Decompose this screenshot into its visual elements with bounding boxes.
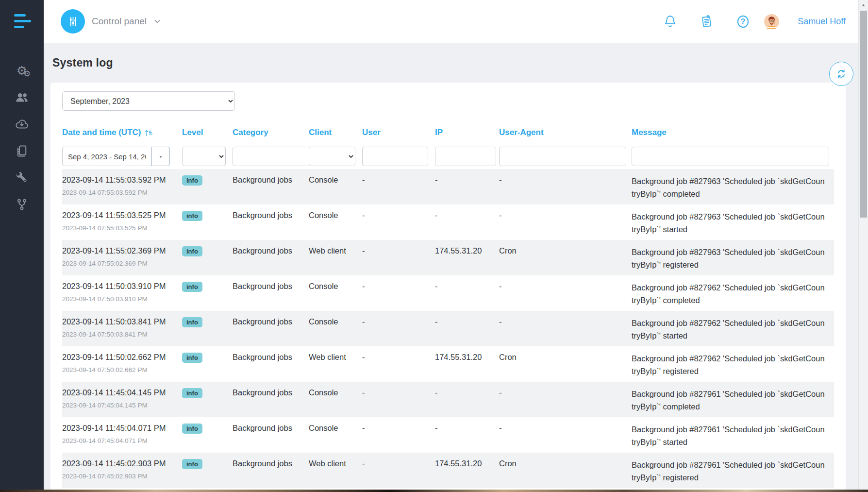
cell-ip: -	[435, 311, 499, 326]
cell-ip: -	[435, 169, 499, 185]
burger-line	[14, 20, 31, 22]
ip-filter-input[interactable]	[435, 147, 496, 166]
cell-ip: -	[435, 417, 499, 433]
sidebar-item-settings[interactable]: ⚙⚙	[0, 57, 44, 84]
message-filter-input[interactable]	[632, 147, 829, 166]
refresh-button[interactable]	[829, 62, 853, 86]
cell-level: info	[182, 204, 233, 221]
sidebar-item-documents[interactable]	[0, 137, 44, 164]
month-select[interactable]: September, 2023	[62, 91, 235, 111]
cell-message: Background job #827963 'Scheduled job `s…	[632, 240, 834, 271]
sidebar-item-downloads[interactable]	[0, 111, 44, 137]
topbar-actions: ? Samuel Hoff	[641, 8, 846, 34]
vertical-scrollbar[interactable]: ▲	[858, 0, 868, 490]
log-rows: 2023-09-14 11:55:03.592 PM 2023-09-14 07…	[62, 169, 834, 488]
log-row: 2023-09-14 11:50:03.841 PM 2023-09-14 07…	[62, 311, 834, 346]
cloud-download-icon	[15, 117, 29, 132]
date-range-input[interactable]	[62, 147, 151, 166]
level-badge: info	[182, 424, 202, 434]
cell-category: Background jobs	[233, 169, 309, 185]
cell-category: Background jobs	[233, 346, 309, 362]
cell-useragent: -	[499, 275, 632, 291]
cell-message: Background job #827963 'Scheduled job `s…	[632, 204, 834, 236]
column-header-label: Message	[632, 128, 667, 137]
cell-client: Console	[309, 417, 362, 433]
client-filter-select[interactable]	[309, 147, 355, 166]
column-header-label: Date and time (UTC)	[62, 128, 141, 137]
column-header-message: Message	[632, 128, 834, 137]
log-row: 2023-09-14 11:55:02.369 PM 2023-09-14 07…	[62, 240, 834, 275]
log-time-local: 2023-09-14 07:50:02.662 PM	[62, 366, 182, 373]
column-header-ip: IP	[435, 128, 499, 137]
useragent-filter-input[interactable]	[499, 147, 626, 166]
user-avatar[interactable]	[764, 8, 790, 34]
svg-text:?: ?	[741, 17, 746, 26]
log-time-local: 2023-09-14 07:50:03.910 PM	[62, 295, 182, 303]
column-header-level: Level	[182, 128, 233, 137]
cell-useragent: -	[499, 169, 632, 185]
bell-icon	[663, 14, 678, 29]
sidebar-item-integrations[interactable]	[0, 191, 44, 218]
log-time-utc: 2023-09-14 11:55:02.369 PM	[62, 246, 182, 255]
cell-ip: -	[435, 204, 499, 220]
category-filter-input[interactable]	[233, 147, 314, 166]
cell-useragent: Cron	[499, 453, 632, 468]
date-range-toggle-button[interactable]: ▾	[151, 147, 170, 166]
app-switcher[interactable]: Control panel	[61, 9, 161, 34]
cell-level: info	[182, 382, 233, 398]
question-mark-icon: ?	[735, 14, 751, 29]
level-badge: info	[182, 246, 202, 256]
app-name: Control panel	[92, 16, 147, 27]
log-time-utc: 2023-09-14 11:55:03.592 PM	[62, 175, 182, 185]
log-time-local: 2023-09-14 07:45:04.071 PM	[62, 437, 182, 444]
column-header-datetime[interactable]: Date and time (UTC)	[62, 128, 182, 137]
scroll-up-button[interactable]: ▲	[859, 0, 868, 10]
cell-category: Background jobs	[233, 382, 309, 397]
cell-client: Console	[309, 311, 362, 326]
level-filter-select[interactable]	[182, 147, 226, 166]
cell-category: Background jobs	[233, 275, 309, 291]
cell-datetime: 2023-09-14 11:50:03.841 PM 2023-09-14 07…	[62, 311, 182, 338]
main-content: System log September, 2023 Date and time…	[44, 43, 858, 490]
cell-datetime: 2023-09-14 11:45:04.071 PM 2023-09-14 07…	[62, 417, 182, 444]
cell-user: -	[362, 275, 435, 291]
notifications-button[interactable]	[663, 14, 678, 29]
avatar-image	[764, 14, 779, 29]
cell-datetime: 2023-09-14 11:55:02.369 PM 2023-09-14 07…	[62, 240, 182, 267]
user-filter-input[interactable]	[362, 147, 428, 166]
cell-client: Web client	[309, 240, 362, 255]
column-header-label: IP	[435, 128, 443, 137]
cell-datetime: 2023-09-14 11:50:02.662 PM 2023-09-14 07…	[62, 346, 182, 373]
log-row: 2023-09-14 11:45:04.145 PM 2023-09-14 07…	[62, 382, 834, 417]
help-button[interactable]: ?	[735, 14, 751, 29]
cell-useragent: -	[499, 417, 632, 433]
sidebar-item-tools[interactable]	[0, 164, 44, 191]
level-badge: info	[182, 282, 202, 292]
log-time-utc: 2023-09-14 11:45:04.071 PM	[62, 424, 182, 433]
cell-level: info	[182, 453, 233, 469]
column-header-label: User-Agent	[499, 128, 544, 137]
cell-datetime: 2023-09-14 11:45:04.145 PM 2023-09-14 07…	[62, 382, 182, 409]
chevron-down-icon	[153, 17, 161, 25]
cell-level: info	[182, 169, 233, 186]
scrollbar-thumb[interactable]	[860, 11, 867, 218]
sidebar: ⚙⚙	[0, 0, 44, 490]
cell-user: -	[362, 204, 435, 220]
burger-line	[14, 14, 26, 17]
date-range-filter: ▾	[62, 147, 182, 166]
cell-level: info	[182, 240, 233, 256]
column-header-label: Category	[233, 128, 268, 137]
cell-category: Background jobs	[233, 240, 309, 255]
log-row: 2023-09-14 11:55:03.592 PM 2023-09-14 07…	[62, 169, 834, 204]
cell-user: -	[362, 382, 435, 397]
user-name[interactable]: Samuel Hoff	[798, 17, 846, 27]
cell-client: Console	[309, 382, 362, 397]
column-header-label: Client	[309, 128, 332, 137]
month-filter: September, 2023	[62, 91, 834, 111]
cell-message: Background job #827962 'Scheduled job `s…	[632, 346, 834, 377]
cell-category: Background jobs	[233, 311, 309, 326]
release-notes-button[interactable]	[699, 14, 714, 29]
burger-line	[14, 26, 24, 28]
sidebar-item-users[interactable]	[0, 84, 44, 111]
menu-toggle-button[interactable]	[14, 14, 31, 32]
